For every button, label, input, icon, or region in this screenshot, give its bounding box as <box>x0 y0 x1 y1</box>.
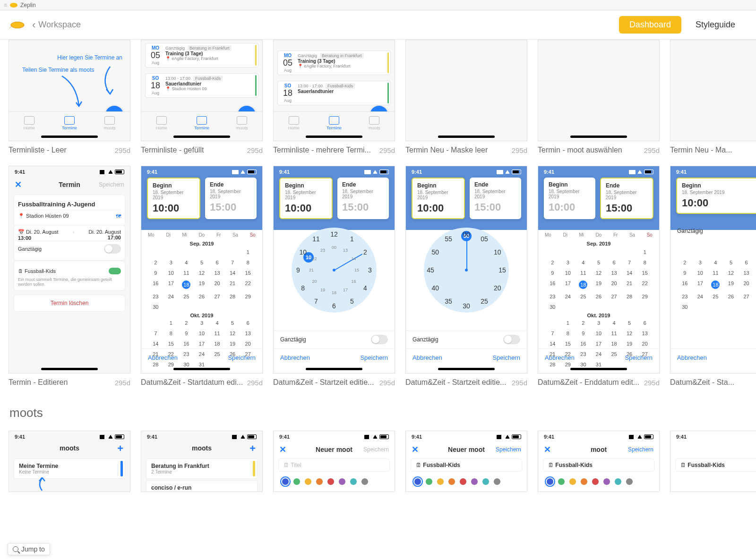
ende-card[interactable]: Ende18. September 201915:00 <box>600 178 653 219</box>
clock-minutes[interactable]: 00 000510152025303540455055 <box>424 228 509 313</box>
hint-create: Hier legen Sie Termine an <box>57 54 122 61</box>
arrow-icon <box>99 66 122 99</box>
screen-row: 9:41 moots+ Meine TermineKeine Termine 9… <box>9 431 747 492</box>
screen-cell[interactable]: 9:41 moots+ Beratung in Frankfurt2 Termi… <box>141 431 263 492</box>
window-title: Zeplin <box>20 2 36 8</box>
window-titlebar: ≡ Zeplin <box>0 0 756 10</box>
tab-moots[interactable]: moots <box>90 112 130 134</box>
moot-list-item[interactable]: Beratung in Frankfurt2 Termine <box>146 458 258 479</box>
home-indicator <box>41 136 98 138</box>
ende-card[interactable]: Ende18. September 201915:00 <box>337 178 389 219</box>
tab-home[interactable]: Home <box>141 112 181 134</box>
screen-cell[interactable]: 9:41 ✕Neuer mootSpeichern 🗓 Fussball-Kid… <box>405 431 527 492</box>
beginn-card[interactable]: Beginn18. September 201910:00 <box>279 178 333 219</box>
screen-cell[interactable]: 9:41 Beginn18. September 201910:00 Ende1… <box>273 166 395 387</box>
close-icon[interactable]: ✕ <box>412 444 419 455</box>
tab-termine[interactable]: Termine <box>181 112 222 134</box>
section-moots: moots <box>9 406 747 420</box>
cancel-button[interactable]: Abbrechen <box>545 354 575 361</box>
ende-card[interactable]: Ende18. September 201915:00 <box>470 178 521 219</box>
screen-cell[interactable]: Termin Neu - Ma... <box>670 40 756 154</box>
moot-list-item[interactable]: Meine TermineKeine Termine <box>14 458 125 479</box>
save-button[interactable]: Speichern <box>496 446 521 453</box>
screen-title: Termin - Editieren <box>9 378 68 387</box>
tab-moots[interactable]: moots <box>222 112 262 134</box>
home-indicator <box>570 136 627 138</box>
screen-age: 295d <box>115 146 130 154</box>
save-button[interactable]: Speichern <box>228 354 256 361</box>
zeplin-logo-icon <box>9 19 26 31</box>
screen-cell[interactable]: 9:41 🗓 Fussball-Kids <box>670 431 756 492</box>
save-button[interactable]: Speichern <box>628 446 653 453</box>
back-button[interactable]: ‹ <box>32 19 35 31</box>
tab-home[interactable]: Home <box>9 112 49 134</box>
cancel-button[interactable]: Abbrechen <box>148 354 178 361</box>
save-button[interactable]: Speichern <box>360 354 388 361</box>
add-moot-button[interactable]: + <box>117 442 123 455</box>
arrow-icon <box>33 477 52 492</box>
tab-termine[interactable]: Termine <box>314 112 354 134</box>
save-button[interactable]: Speichern <box>625 354 653 361</box>
map-icon[interactable]: 🗺 <box>116 213 121 219</box>
screen-cell[interactable]: Termin Neu - Maske leer295d <box>405 40 527 154</box>
beginn-card[interactable]: Beginn18. September 201910:00 <box>676 178 756 214</box>
screen-title: Terminliste - Leer <box>9 146 67 154</box>
screen-cell[interactable]: MO05Aug GanztägigBeratung in FrankfurtTr… <box>141 40 263 154</box>
beginn-card[interactable]: Beginn18. September 201910:00 <box>544 178 595 219</box>
zeplin-icon <box>10 3 17 8</box>
home-indicator <box>438 136 495 138</box>
allday-toggle[interactable] <box>104 244 121 254</box>
screen-cell[interactable]: 📍 Conciso, Westfalendamm 251, 44141 ... … <box>273 40 395 154</box>
tab-termine[interactable]: Termine <box>49 112 89 134</box>
screen-title: Datum&Zeit - Startzeit editie... <box>405 378 506 387</box>
save-button[interactable]: Speichern <box>492 354 520 361</box>
screen-cell[interactable]: 9:41 ✕TerminSpeichern Fussballtraining A… <box>9 166 130 387</box>
screen-title: Datum&Zeit - Startzeit editie... <box>273 378 374 387</box>
ende-card[interactable]: Ende18. September 201915:00 <box>205 178 257 219</box>
save-button[interactable]: Speichern <box>99 181 124 188</box>
home-indicator <box>41 368 98 370</box>
moot-toggle[interactable] <box>109 268 121 274</box>
beginn-card[interactable]: Beginn18. September 201910:00 <box>147 178 200 219</box>
save-button[interactable]: Speichern <box>363 446 389 453</box>
menu-icon: ≡ <box>4 2 7 8</box>
close-icon[interactable]: ✕ <box>279 444 286 455</box>
screen-cell[interactable]: 9:41 ✕mootSpeichern 🗓 Fussball-Kids <box>538 431 660 492</box>
screen-title: Termin Neu - Maske leer <box>405 146 488 154</box>
close-icon[interactable]: ✕ <box>15 179 22 190</box>
add-moot-button[interactable]: + <box>249 442 256 455</box>
screen-cell[interactable]: Teilen Sie Termine als moots Hier legen … <box>9 40 130 154</box>
tab-home[interactable]: Home <box>274 112 314 134</box>
beginn-card[interactable]: Beginn18. September 201910:00 <box>412 178 465 219</box>
tabbar: Home Termine moots <box>274 111 395 134</box>
screen-title: Termin Neu - Ma... <box>670 146 732 154</box>
screen-cell[interactable]: 9:41 Beginn18. September 201910:00 Ganzt… <box>670 166 756 387</box>
screen-cell[interactable]: 9:41 Beginn18. September 201910:00 Ende1… <box>141 166 263 387</box>
allday-toggle[interactable] <box>371 335 388 344</box>
screen-cell[interactable]: 9:41 Beginn18. September 201910:00 Ende1… <box>405 166 527 387</box>
tab-styleguide[interactable]: Styleguide <box>685 16 746 34</box>
clock-hours[interactable]: 10 1212345678910110013141516171819202122… <box>292 228 377 313</box>
breadcrumb-workspace[interactable]: Workspace <box>38 20 81 30</box>
delete-button[interactable]: Termin löschen <box>14 295 125 312</box>
moot-list-item[interactable]: conciso / e-run1 Termin <box>146 480 258 492</box>
home-indicator <box>306 368 362 370</box>
toolbar: ‹ Workspace Dashboard Styleguide <box>0 10 756 40</box>
screen-row: Teilen Sie Termine als moots Hier legen … <box>9 40 747 154</box>
arrow-icon <box>57 75 86 113</box>
screen-row: 9:41 ✕TerminSpeichern Fussballtraining A… <box>9 166 747 387</box>
tab-dashboard[interactable]: Dashboard <box>619 16 681 34</box>
cancel-button[interactable]: Abbrechen <box>677 354 707 361</box>
cancel-button[interactable]: Abbrechen <box>280 354 310 361</box>
screen-cell[interactable]: 9:41 ✕Neuer mootSpeichern 🗓 Titel <box>273 431 395 492</box>
tab-moots[interactable]: moots <box>354 112 395 134</box>
screen-cell[interactable]: 9:41 moots+ Meine TermineKeine Termine <box>9 431 130 492</box>
screen-cell[interactable]: 9:41 Beginn18. September 201910:00 Ende1… <box>538 166 660 387</box>
screen-title: Datum&Zeit - Enddatum edit... <box>538 378 639 387</box>
close-icon[interactable]: ✕ <box>544 444 551 455</box>
screen-title: Datum&Zeit - Startdatum edi... <box>141 378 243 387</box>
screen-cell[interactable]: Termin - moot auswählen295d <box>538 40 660 154</box>
jump-to-button[interactable]: Jump to <box>8 543 50 555</box>
cancel-button[interactable]: Abbrechen <box>412 354 442 361</box>
allday-toggle[interactable] <box>503 335 520 344</box>
